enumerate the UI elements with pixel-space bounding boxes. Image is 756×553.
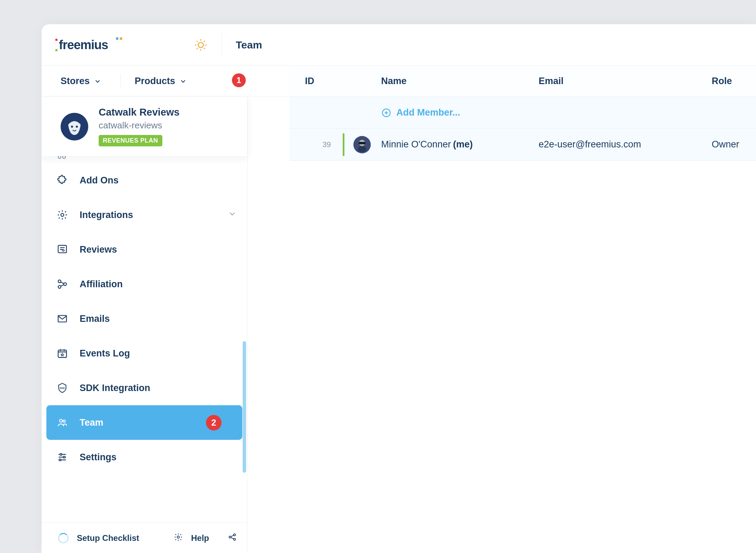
topbar: freemius Team bbox=[42, 24, 756, 66]
col-header-email: Email bbox=[539, 76, 712, 87]
sidebar-item-label: Integrations bbox=[80, 210, 217, 220]
sidebar-item-label: Settings bbox=[80, 452, 237, 463]
svg-point-23 bbox=[58, 285, 61, 288]
sliders-icon bbox=[55, 452, 69, 463]
svg-line-10 bbox=[197, 41, 198, 42]
sidebar-item-label: Affiliation bbox=[80, 279, 237, 290]
product-slug: catwalk-reviews bbox=[99, 120, 180, 131]
svg-point-16 bbox=[76, 126, 78, 128]
table-row[interactable]: 39 Minnie O'Conner (me) e2e-user@freemiu… bbox=[289, 129, 756, 161]
avatar bbox=[353, 136, 371, 153]
sidebar-item-events-log[interactable]: Events Log bbox=[42, 336, 247, 371]
mail-icon bbox=[55, 313, 69, 324]
svg-point-17 bbox=[58, 156, 61, 158]
nav-divider bbox=[120, 74, 121, 89]
svg-text:SDK: SDK bbox=[60, 387, 65, 390]
page-title: Team bbox=[222, 24, 262, 65]
svg-rect-44 bbox=[358, 146, 366, 152]
product-avatar bbox=[61, 113, 88, 140]
svg-point-5 bbox=[198, 42, 204, 47]
add-member-button[interactable]: Add Member... bbox=[381, 107, 539, 118]
sidebar-item-addons[interactable]: Add Ons bbox=[42, 163, 247, 198]
sidebar-item-label: Emails bbox=[80, 314, 237, 324]
spinner-icon bbox=[58, 533, 69, 543]
freemius-logo[interactable]: freemius bbox=[55, 37, 125, 53]
products-badge: 1 bbox=[232, 73, 246, 87]
col-header-name: Name bbox=[381, 76, 539, 87]
sidebar-item-team[interactable]: Team 2 bbox=[46, 405, 242, 440]
sidebar-item-label: Add Ons bbox=[80, 175, 237, 186]
topbar-left: freemius bbox=[42, 24, 222, 65]
sidebar-item-label: Team bbox=[80, 417, 196, 428]
svg-line-12 bbox=[197, 48, 198, 49]
stores-label: Stores bbox=[61, 76, 90, 87]
sidebar-scroll[interactable]: Add Ons Integrations bbox=[42, 156, 247, 523]
row-name: Minnie O'Conner bbox=[381, 139, 451, 150]
svg-point-28 bbox=[63, 420, 65, 423]
team-badge: 2 bbox=[206, 415, 222, 430]
circles-icon bbox=[55, 156, 69, 160]
svg-point-15 bbox=[71, 126, 73, 128]
sidebar-footer: Setup Checklist Help bbox=[42, 523, 247, 553]
sidebar-item-settings[interactable]: Settings bbox=[42, 440, 247, 474]
share-icon[interactable] bbox=[228, 533, 237, 544]
puzzle-icon bbox=[55, 175, 69, 186]
row-role: Owner bbox=[712, 139, 756, 150]
sidebar-item-emails[interactable]: Emails bbox=[42, 301, 247, 336]
svg-point-22 bbox=[64, 283, 66, 285]
chevron-down-icon bbox=[94, 78, 101, 85]
svg-point-30 bbox=[60, 453, 62, 455]
body: Catwalk Reviews catwalk-reviews REVENUES… bbox=[42, 97, 756, 553]
products-label: Products bbox=[135, 76, 175, 87]
svg-rect-20 bbox=[58, 245, 66, 253]
sidebar-scrollbar[interactable] bbox=[243, 341, 246, 473]
table-header-row: ID Name Email Role bbox=[289, 66, 756, 97]
col-header-role: Role bbox=[712, 76, 756, 87]
gear-icon bbox=[55, 209, 69, 220]
svg-point-34 bbox=[59, 459, 61, 461]
setup-checklist-link[interactable]: Setup Checklist bbox=[77, 533, 139, 543]
help-link[interactable]: Help bbox=[191, 533, 209, 543]
products-dropdown[interactable]: Products bbox=[131, 76, 187, 87]
stores-dropdown[interactable]: Stores bbox=[61, 76, 120, 87]
sdk-icon: SDK bbox=[55, 382, 69, 393]
product-name: Catwalk Reviews bbox=[99, 107, 180, 118]
plan-badge: REVENUES PLAN bbox=[99, 135, 162, 146]
product-card[interactable]: Catwalk Reviews catwalk-reviews REVENUES… bbox=[42, 97, 247, 156]
svg-point-32 bbox=[63, 456, 65, 458]
affiliation-icon bbox=[55, 279, 69, 290]
team-table: ID Name Email Role Add Member... 39 bbox=[289, 66, 756, 161]
svg-rect-3 bbox=[116, 37, 118, 40]
svg-point-18 bbox=[63, 156, 65, 158]
svg-rect-1 bbox=[55, 49, 57, 51]
sidebar-item-label: Reviews bbox=[80, 244, 237, 255]
sidebar-item-label: Events Log bbox=[80, 348, 237, 359]
svg-point-35 bbox=[177, 536, 180, 538]
add-member-row[interactable]: Add Member... bbox=[289, 97, 756, 129]
row-me-suffix: (me) bbox=[453, 139, 473, 150]
chevron-down-icon bbox=[179, 78, 187, 85]
col-header-id: ID bbox=[289, 76, 381, 87]
sidebar: Catwalk Reviews catwalk-reviews REVENUES… bbox=[42, 97, 248, 553]
svg-rect-0 bbox=[55, 39, 57, 41]
sidebar-item-affiliation[interactable]: Affiliation bbox=[42, 267, 247, 301]
svg-line-13 bbox=[204, 41, 205, 42]
sidebar-item-sdk-integration[interactable]: SDK SDK Integration bbox=[42, 371, 247, 405]
svg-point-27 bbox=[60, 419, 62, 422]
add-member-label: Add Member... bbox=[396, 107, 460, 118]
app-window: freemius Team bbox=[42, 24, 756, 553]
calendar-star-icon bbox=[55, 348, 69, 359]
sidebar-item-reviews[interactable]: Reviews bbox=[42, 232, 247, 267]
svg-line-11 bbox=[204, 48, 205, 49]
svg-rect-45 bbox=[359, 142, 366, 144]
main-content bbox=[248, 97, 756, 553]
team-icon bbox=[55, 417, 69, 428]
svg-rect-4 bbox=[120, 37, 122, 40]
help-gear-icon bbox=[174, 533, 183, 544]
svg-text:freemius: freemius bbox=[59, 38, 108, 52]
sidebar-item-partial[interactable] bbox=[42, 156, 247, 163]
row-id: 39 bbox=[300, 140, 338, 149]
theme-toggle-icon[interactable] bbox=[194, 38, 208, 52]
svg-point-19 bbox=[61, 214, 64, 217]
sidebar-item-integrations[interactable]: Integrations bbox=[42, 198, 247, 232]
